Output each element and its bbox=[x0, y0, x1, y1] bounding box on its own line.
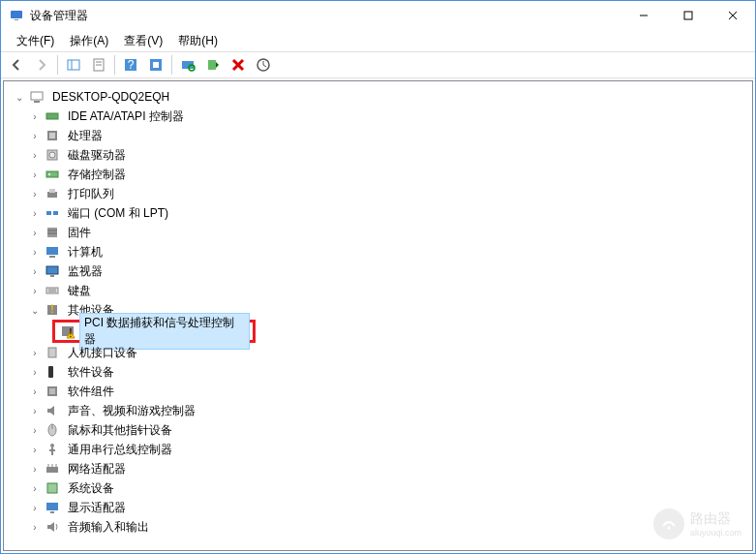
expand-icon[interactable]: › bbox=[27, 500, 43, 515]
tree-category[interactable]: › 键盘 bbox=[6, 281, 750, 300]
expand-icon[interactable]: › bbox=[27, 364, 43, 380]
svg-point-55 bbox=[50, 444, 54, 447]
category-label: IDE ATA/ATAPI 控制器 bbox=[64, 108, 188, 126]
tree-category[interactable]: › 鼠标和其他指针设备 bbox=[6, 420, 750, 440]
category-label: 处理器 bbox=[64, 127, 106, 145]
category-label: 人机接口设备 bbox=[64, 344, 141, 362]
svg-text:?: ? bbox=[128, 58, 135, 72]
svg-rect-52 bbox=[49, 388, 55, 394]
svg-rect-39 bbox=[46, 266, 58, 274]
tree-category[interactable]: › 通用串行总线控制器 bbox=[6, 440, 750, 459]
tree-category[interactable]: › 处理器 bbox=[6, 126, 750, 145]
audio-icon bbox=[45, 403, 60, 418]
expand-icon[interactable]: › bbox=[27, 128, 43, 143]
tree-category[interactable]: › 监视器 bbox=[6, 262, 750, 281]
svg-rect-21 bbox=[31, 92, 43, 100]
maximize-button[interactable] bbox=[666, 1, 711, 30]
expand-icon[interactable]: › bbox=[27, 403, 43, 418]
monitor-icon bbox=[45, 263, 60, 279]
menu-file[interactable]: 文件(F) bbox=[9, 31, 62, 51]
tree-category[interactable]: › 网络适配器 bbox=[6, 459, 750, 478]
watermark-icon bbox=[653, 508, 684, 539]
category-label: 声音、视频和游戏控制器 bbox=[64, 402, 199, 420]
watermark: 路由器 aluyouqi.com bbox=[653, 508, 741, 539]
expand-icon[interactable]: › bbox=[27, 442, 43, 457]
svg-rect-58 bbox=[46, 467, 58, 473]
expand-icon[interactable]: › bbox=[27, 167, 43, 182]
tree-category[interactable]: › 人机接口设备 bbox=[6, 343, 750, 362]
svg-rect-6 bbox=[68, 60, 79, 70]
back-button[interactable] bbox=[5, 54, 28, 76]
menu-view[interactable]: 查看(V) bbox=[116, 31, 170, 51]
tree-category[interactable]: › 显示适配器 bbox=[6, 498, 750, 517]
svg-rect-22 bbox=[34, 101, 40, 103]
tree-category[interactable]: › 存储控制器 bbox=[6, 165, 750, 184]
category-label: 显示适配器 bbox=[64, 499, 130, 517]
menu-help[interactable]: 帮助(H) bbox=[170, 31, 226, 51]
titlebar: 设备管理器 bbox=[1, 1, 755, 30]
swc-icon bbox=[45, 384, 60, 399]
expand-icon[interactable]: › bbox=[27, 263, 43, 279]
toolbar: ? bbox=[1, 51, 755, 78]
expand-icon[interactable]: › bbox=[27, 244, 43, 260]
collapse-icon[interactable]: ⌄ bbox=[12, 89, 27, 105]
tree-category[interactable]: › 打印队列 bbox=[6, 184, 750, 203]
tree-root[interactable]: ⌄ DESKTOP-QDQ2EQH bbox=[6, 87, 750, 107]
properties-button[interactable] bbox=[87, 54, 110, 76]
device-tree[interactable]: ⌄ DESKTOP-QDQ2EQH › IDE ATA/ATAPI 控制器 › … bbox=[4, 83, 752, 540]
expand-icon[interactable]: › bbox=[27, 225, 43, 240]
svg-rect-34 bbox=[47, 228, 57, 237]
tree-category[interactable]: › 端口 (COM 和 LPT) bbox=[6, 203, 750, 223]
expand-icon[interactable]: › bbox=[27, 108, 43, 124]
hid-icon bbox=[45, 345, 60, 360]
tree-category[interactable]: › 声音、视频和游戏控制器 bbox=[6, 401, 750, 420]
expand-icon[interactable]: › bbox=[27, 384, 43, 399]
expand-icon[interactable]: › bbox=[27, 205, 43, 221]
forward-button[interactable] bbox=[30, 54, 53, 76]
svg-rect-25 bbox=[49, 133, 55, 138]
tree-category[interactable]: › 系统设备 bbox=[6, 478, 750, 498]
device-tree-panel: ⌄ DESKTOP-QDQ2EQH › IDE ATA/ATAPI 控制器 › … bbox=[3, 80, 753, 551]
expand-icon[interactable]: › bbox=[27, 461, 43, 477]
help-button[interactable]: ? bbox=[119, 54, 142, 76]
category-label: 键盘 bbox=[64, 282, 95, 300]
uninstall-button[interactable] bbox=[227, 54, 250, 76]
close-button[interactable] bbox=[711, 1, 755, 30]
expand-icon[interactable]: › bbox=[27, 147, 43, 163]
category-label: 通用串行总线控制器 bbox=[64, 441, 176, 459]
tree-category[interactable]: › 音频输入和输出 bbox=[6, 517, 750, 537]
collapse-icon[interactable]: ⌄ bbox=[27, 302, 43, 318]
category-label: 软件组件 bbox=[64, 383, 118, 401]
usb-icon bbox=[45, 442, 60, 457]
tree-category[interactable]: › 固件 bbox=[6, 223, 750, 242]
tree-category[interactable]: › IDE ATA/ATAPI 控制器 bbox=[6, 107, 750, 126]
show-hide-tree-button[interactable] bbox=[62, 54, 85, 76]
action-button[interactable] bbox=[144, 54, 167, 76]
disable-button[interactable] bbox=[252, 54, 275, 76]
tree-category[interactable]: › 磁盘驱动器 bbox=[6, 145, 750, 165]
expand-icon[interactable]: › bbox=[27, 283, 43, 298]
expand-icon[interactable]: › bbox=[27, 422, 43, 438]
category-label: 音频输入和输出 bbox=[64, 518, 153, 537]
scan-hardware-button[interactable] bbox=[176, 54, 199, 76]
tree-category[interactable]: › 软件组件 bbox=[6, 382, 750, 401]
minimize-button[interactable] bbox=[621, 1, 666, 30]
app-icon bbox=[9, 8, 24, 23]
expand-icon[interactable]: › bbox=[27, 519, 43, 535]
display-icon bbox=[45, 500, 60, 515]
svg-rect-0 bbox=[11, 11, 22, 18]
update-driver-button[interactable] bbox=[201, 54, 225, 76]
tree-category[interactable]: › 计算机 bbox=[6, 242, 750, 262]
firmware-icon bbox=[45, 225, 60, 240]
expand-icon[interactable]: › bbox=[27, 345, 43, 360]
menubar: 文件(F) 操作(A) 查看(V) 帮助(H) bbox=[1, 30, 755, 51]
expand-icon[interactable]: › bbox=[27, 480, 43, 496]
computer-icon bbox=[29, 89, 45, 105]
toolbar-separator bbox=[114, 55, 115, 75]
disk-icon bbox=[45, 147, 60, 163]
expand-icon[interactable]: › bbox=[27, 186, 43, 201]
category-label: 打印队列 bbox=[64, 185, 118, 203]
svg-rect-38 bbox=[49, 256, 55, 258]
tree-category[interactable]: › 软件设备 bbox=[6, 362, 750, 382]
menu-action[interactable]: 操作(A) bbox=[62, 31, 116, 51]
